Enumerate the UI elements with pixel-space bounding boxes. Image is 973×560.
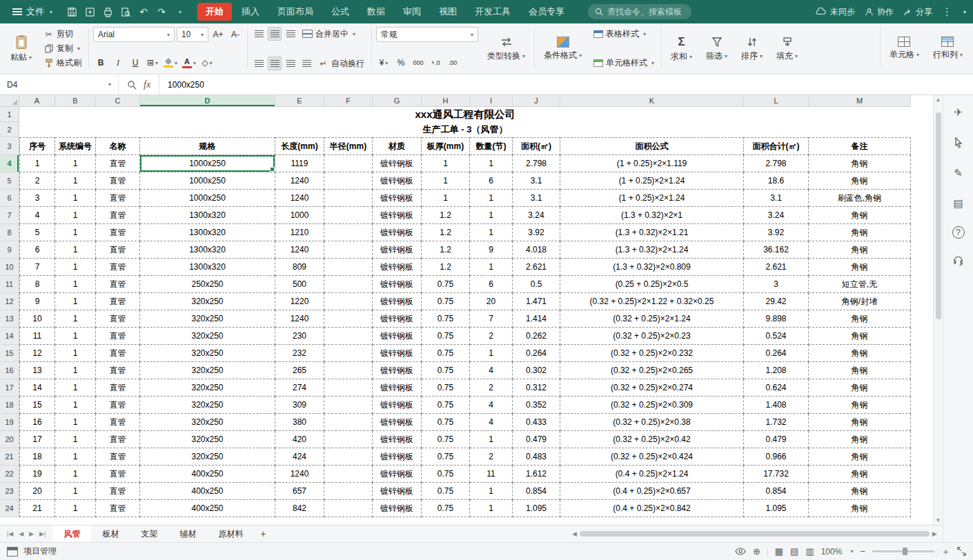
cell-L8[interactable]: 3.92 <box>744 224 809 241</box>
align-middle-button[interactable] <box>268 57 282 70</box>
prev-sheet-button[interactable]: ◀ <box>19 530 23 537</box>
cell-B10[interactable]: 1 <box>55 259 96 276</box>
increase-decimal-button[interactable]: +.0 <box>428 55 443 70</box>
cell-B7[interactable]: 1 <box>55 207 96 224</box>
cell-C22[interactable]: 直管 <box>96 466 140 483</box>
cell-E15[interactable]: 232 <box>275 345 324 362</box>
cell-A4[interactable]: 1 <box>19 155 55 172</box>
cell-L12[interactable]: 29.42 <box>744 293 809 310</box>
header-cell-L3[interactable]: 面积合计(㎡) <box>744 137 809 155</box>
header-cell-C3[interactable]: 名称 <box>96 137 140 155</box>
cell-G12[interactable]: 镀锌钢板 <box>373 293 422 310</box>
cell-C18[interactable]: 直管 <box>96 397 140 414</box>
cell-H12[interactable]: 0.75 <box>422 293 470 310</box>
cell-H11[interactable]: 0.75 <box>422 276 470 293</box>
cell-G8[interactable]: 镀锌钢板 <box>373 224 422 241</box>
cell-E18[interactable]: 309 <box>275 397 324 414</box>
cell-E4[interactable]: 1119 <box>275 155 324 172</box>
cell-C14[interactable]: 直管 <box>96 328 140 345</box>
cell-G19[interactable]: 镀锌钢板 <box>373 414 422 431</box>
cell-F11[interactable] <box>324 276 373 293</box>
cell-M24[interactable]: 角钢 <box>809 500 911 517</box>
horizontal-scroll-thumb[interactable] <box>580 531 930 537</box>
cell-K10[interactable]: (1.3 + 0.32)×2×0.809 <box>560 259 744 276</box>
select-cursor-icon[interactable] <box>951 135 966 150</box>
row-header-4[interactable]: 4 <box>0 155 19 172</box>
cell-K17[interactable]: (0.32 + 0.25)×2×0.274 <box>560 379 744 397</box>
cell-E8[interactable]: 1210 <box>275 224 324 241</box>
cell-I10[interactable]: 1 <box>470 259 513 276</box>
column-header-I[interactable]: I <box>470 95 513 107</box>
ribbon-tab-公式[interactable]: 公式 <box>323 3 357 21</box>
cell-K4[interactable]: (1 + 0.25)×2×1.119 <box>560 155 744 172</box>
cell-D4[interactable]: 1000x250 <box>140 155 275 172</box>
collapse-ribbon-button[interactable]: ▾ <box>962 9 966 15</box>
cell-I17[interactable]: 2 <box>470 379 513 397</box>
cell-G7[interactable]: 镀锌钢板 <box>373 207 422 224</box>
cell-D24[interactable]: 400x250 <box>140 500 275 517</box>
cell-B18[interactable]: 1 <box>55 397 96 414</box>
cell-J7[interactable]: 3.24 <box>513 207 560 224</box>
cell-I21[interactable]: 2 <box>470 448 513 466</box>
share-button[interactable]: 分享 <box>903 6 932 18</box>
cell-J10[interactable]: 2.621 <box>513 259 560 276</box>
cell-G18[interactable]: 镀锌钢板 <box>373 397 422 414</box>
cell-E23[interactable]: 657 <box>275 483 324 500</box>
cell-F15[interactable] <box>324 345 373 362</box>
header-cell-M3[interactable]: 备注 <box>809 137 911 155</box>
decrease-decimal-button[interactable]: .00 <box>445 55 460 70</box>
cell-I15[interactable]: 1 <box>470 345 513 362</box>
align-bottom-button[interactable] <box>284 57 297 70</box>
cell-J16[interactable]: 0.302 <box>513 362 560 379</box>
cell-H5[interactable]: 1 <box>422 172 470 190</box>
conditional-format-button[interactable]: 条件格式▾ <box>539 27 587 70</box>
cell-B21[interactable]: 1 <box>55 448 96 466</box>
page-break-view-icon[interactable]: ▥ <box>805 546 814 557</box>
cell-M7[interactable]: 角钢 <box>809 207 911 224</box>
cell-E13[interactable]: 1240 <box>275 310 324 328</box>
cell-A20[interactable]: 17 <box>19 431 55 448</box>
row-header-11[interactable]: 11 <box>0 276 19 293</box>
cell-E19[interactable]: 380 <box>275 414 324 431</box>
cell-H8[interactable]: 1.2 <box>422 224 470 241</box>
ribbon-tab-插入[interactable]: 插入 <box>233 3 268 21</box>
search-function-icon[interactable] <box>127 80 137 90</box>
cell-G4[interactable]: 镀锌钢板 <box>373 155 422 172</box>
column-header-J[interactable]: J <box>513 95 560 107</box>
cell-K16[interactable]: (0.32 + 0.25)×2×0.265 <box>560 362 744 379</box>
zoom-slider[interactable] <box>872 550 934 552</box>
cell-M20[interactable]: 角钢 <box>809 431 911 448</box>
cell-G14[interactable]: 镀锌钢板 <box>373 328 422 345</box>
fullscreen-icon[interactable] <box>957 547 966 556</box>
cell-A21[interactable]: 18 <box>19 448 55 466</box>
column-header-B[interactable]: B <box>55 95 96 107</box>
cell-J13[interactable]: 1.414 <box>513 310 560 328</box>
paste-button[interactable]: 粘贴▾ <box>6 27 37 70</box>
italic-button[interactable]: I <box>110 55 126 70</box>
cell-M10[interactable]: 角钢 <box>809 259 911 276</box>
row-header-10[interactable]: 10 <box>0 259 19 276</box>
cell-G13[interactable]: 镀锌钢板 <box>373 310 422 328</box>
cell-A6[interactable]: 3 <box>19 190 55 207</box>
cell-E14[interactable]: 230 <box>275 328 324 345</box>
cell-H15[interactable]: 0.75 <box>422 345 470 362</box>
format-painter-button[interactable]: 格式刷 <box>41 57 84 70</box>
cell-L13[interactable]: 9.898 <box>744 310 809 328</box>
cell-C17[interactable]: 直管 <box>96 379 140 397</box>
cell-F6[interactable] <box>324 190 373 207</box>
cell-G10[interactable]: 镀锌钢板 <box>373 259 422 276</box>
cell-K5[interactable]: (1 + 0.25)×2×1.24 <box>560 172 744 190</box>
cell-B15[interactable]: 1 <box>55 345 96 362</box>
comma-format-button[interactable]: 000 <box>411 55 426 70</box>
cell-A8[interactable]: 5 <box>19 224 55 241</box>
cell-H13[interactable]: 0.75 <box>422 310 470 328</box>
cell-C8[interactable]: 直管 <box>96 224 140 241</box>
cell-J5[interactable]: 3.1 <box>513 172 560 190</box>
header-cell-E3[interactable]: 长度(mm) <box>275 137 324 155</box>
cell-G24[interactable]: 镀锌钢板 <box>373 500 422 517</box>
row-header-22[interactable]: 22 <box>0 466 19 483</box>
cell-M19[interactable]: 角钢 <box>809 414 911 431</box>
rows-cols-button[interactable]: 行和列▾ <box>928 27 967 70</box>
cell-K19[interactable]: (0.32 + 0.25)×2×0.38 <box>560 414 744 431</box>
cell-F10[interactable] <box>324 259 373 276</box>
